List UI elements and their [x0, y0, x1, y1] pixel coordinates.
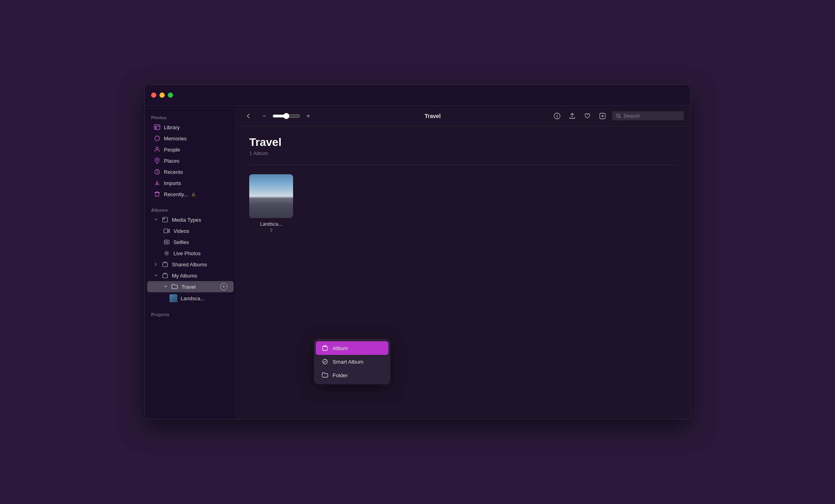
chevron-right-icon: [154, 262, 158, 267]
live-photos-icon: [163, 250, 170, 257]
videos-icon: [163, 227, 170, 234]
favorite-button[interactable]: [582, 110, 593, 122]
svg-rect-0: [154, 125, 160, 130]
content-subtitle: 1 Album: [249, 150, 677, 156]
my-albums-label: My Albums: [172, 273, 197, 279]
toolbar-title: Travel: [319, 113, 547, 119]
content-divider: [249, 164, 677, 165]
toolbar-nav: [243, 110, 254, 122]
search-box: [612, 111, 684, 120]
dropdown-menu: Album Smart Album: [314, 339, 390, 384]
photos-section-label: Photos: [145, 112, 236, 122]
svg-rect-8: [164, 229, 168, 233]
sidebar-item-library[interactable]: Library: [147, 122, 234, 133]
imports-icon: [154, 179, 161, 187]
people-label: People: [164, 147, 180, 153]
chevron-down-icon-2: [154, 273, 158, 278]
dropdown-item-album[interactable]: Album: [316, 341, 388, 355]
main-content: − + Travel: [236, 106, 690, 419]
lock-icon: 🔒: [191, 192, 196, 197]
info-button[interactable]: [551, 110, 563, 122]
selfies-icon: [163, 238, 170, 246]
add-to-travel-button[interactable]: +: [220, 283, 227, 290]
sidebar-item-selfies[interactable]: Selfies: [147, 236, 234, 248]
titlebar: [145, 85, 690, 106]
album-icon: [321, 345, 329, 352]
svg-point-17: [616, 114, 620, 117]
sidebar-item-my-albums[interactable]: My Albums: [147, 270, 234, 281]
svg-point-10: [166, 241, 168, 243]
media-types-icon: [161, 216, 169, 223]
sidebar: Photos Library M: [145, 106, 236, 419]
dropdown-item-smart-album[interactable]: Smart Album: [316, 355, 388, 368]
zoom-in-button[interactable]: +: [303, 110, 314, 122]
landscape-thumbnail: [169, 294, 177, 302]
svg-rect-14: [163, 274, 167, 278]
svg-point-19: [323, 359, 327, 364]
library-label: Library: [164, 124, 180, 130]
media-types-label: Media Types: [172, 217, 201, 223]
zoom-control: − +: [259, 110, 314, 122]
app-body: Photos Library M: [145, 106, 690, 419]
add-button[interactable]: [597, 110, 608, 122]
album-label: Landsca...: [260, 221, 282, 227]
shared-albums-icon: [161, 261, 169, 268]
sidebar-item-places[interactable]: Places: [147, 155, 234, 166]
search-icon: [616, 113, 621, 119]
recently-label: Recently...: [164, 191, 188, 197]
dropdown-item-folder[interactable]: Folder: [316, 368, 388, 382]
sidebar-item-live-photos[interactable]: Live Photos: [147, 248, 234, 259]
album-label: Album: [333, 345, 348, 351]
svg-rect-1: [155, 127, 157, 129]
zoom-slider-input[interactable]: [272, 113, 300, 119]
album-thumbnail: [249, 174, 293, 218]
selfies-label: Selfies: [173, 239, 189, 245]
back-button[interactable]: [243, 110, 254, 122]
travel-folder-icon: [171, 283, 178, 290]
travel-label: Travel: [181, 284, 217, 290]
zoom-plus-icon: +: [306, 112, 310, 120]
close-button[interactable]: [151, 93, 156, 98]
sidebar-item-recently[interactable]: Recently... 🔒: [147, 189, 234, 200]
library-icon: [154, 124, 161, 131]
svg-point-11: [166, 252, 168, 254]
sidebar-item-people[interactable]: People: [147, 144, 234, 155]
travel-chevron-icon: [163, 284, 168, 289]
zoom-out-button[interactable]: −: [259, 110, 270, 122]
sidebar-item-travel[interactable]: Travel +: [147, 281, 234, 292]
album-grid: Landsca... 9: [249, 174, 677, 232]
sidebar-item-imports[interactable]: Imports: [147, 177, 234, 189]
svg-point-3: [156, 147, 158, 150]
my-albums-icon: [161, 272, 169, 279]
content-title: Travel: [249, 136, 677, 149]
imports-label: Imports: [164, 180, 181, 186]
albums-section-label: Albums: [145, 205, 236, 214]
memories-label: Memories: [164, 136, 187, 142]
places-label: Places: [164, 158, 179, 164]
memories-icon: [154, 135, 161, 142]
sidebar-item-shared-albums[interactable]: Shared Albums: [147, 259, 234, 270]
svg-rect-7: [163, 218, 165, 219]
minimize-button[interactable]: [160, 93, 165, 98]
sidebar-item-recents[interactable]: Recents: [147, 166, 234, 177]
album-item-landscape[interactable]: Landsca... 9: [249, 174, 293, 232]
videos-label: Videos: [173, 228, 189, 234]
smart-album-label: Smart Album: [333, 359, 363, 365]
sidebar-item-memories[interactable]: Memories: [147, 133, 234, 144]
folder-icon: [321, 372, 329, 379]
zoom-minus-icon: −: [262, 112, 266, 120]
smart-album-icon: [321, 358, 329, 365]
app-window: Photos Library M: [144, 85, 691, 419]
chevron-down-icon: [154, 217, 158, 222]
toolbar-actions: [551, 110, 684, 122]
maximize-button[interactable]: [168, 93, 173, 98]
sidebar-item-videos[interactable]: Videos: [147, 225, 234, 236]
people-icon: [154, 146, 161, 153]
share-button[interactable]: [567, 110, 578, 122]
landscape-label: Landsca...: [181, 295, 205, 301]
search-input[interactable]: [623, 113, 680, 119]
sidebar-item-landscape[interactable]: Landsca...: [147, 292, 234, 304]
live-photos-label: Live Photos: [173, 250, 201, 256]
trash-icon: [154, 191, 161, 198]
sidebar-item-media-types[interactable]: Media Types: [147, 214, 234, 225]
